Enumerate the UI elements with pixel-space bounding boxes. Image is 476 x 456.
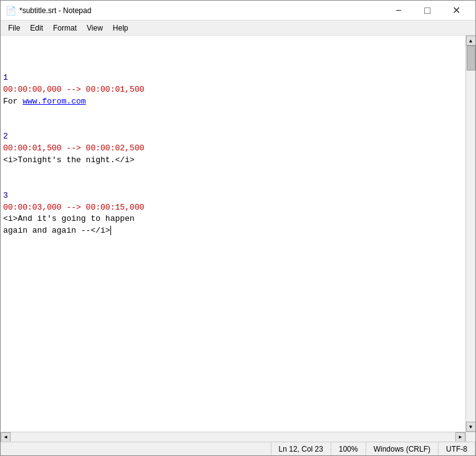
menu-edit[interactable]: Edit bbox=[25, 22, 48, 34]
window-title: *subtitle.srt - Notepad bbox=[19, 6, 91, 15]
text-line-3: For www.forom.com bbox=[3, 97, 86, 106]
status-bar: Ln 12, Col 23 100% Windows (CRLF) UTF-8 bbox=[1, 442, 475, 455]
status-empty bbox=[1, 442, 271, 455]
title-bar-left: 📄 *subtitle.srt - Notepad bbox=[6, 6, 91, 16]
notepad-icon: 📄 bbox=[6, 6, 16, 16]
url-forom: www.forom.com bbox=[22, 97, 85, 106]
notepad-window: 📄 *subtitle.srt - Notepad − □ ✕ File Edi… bbox=[0, 0, 476, 456]
timestamp-2: 00:00:01,500 --> 00:00:02,500 bbox=[3, 143, 144, 153]
title-bar: 📄 *subtitle.srt - Notepad − □ ✕ bbox=[1, 1, 475, 21]
menu-view[interactable]: View bbox=[82, 22, 108, 34]
scroll-up-button[interactable]: ▲ bbox=[466, 36, 476, 46]
line-number-3: 3 bbox=[3, 191, 8, 200]
menu-bar: File Edit Format View Help bbox=[1, 21, 475, 36]
vertical-scrollbar[interactable]: ▲ ▼ bbox=[465, 36, 475, 432]
text-line-11: <i>And it's going to happen bbox=[3, 214, 135, 223]
status-encoding: UTF-8 bbox=[439, 442, 475, 455]
scroll-right-button[interactable]: ► bbox=[455, 432, 465, 442]
status-line-endings: Windows (CRLF) bbox=[366, 442, 439, 455]
scroll-thumb[interactable] bbox=[467, 46, 475, 70]
menu-format[interactable]: Format bbox=[48, 22, 82, 34]
line-number-1: 1 bbox=[3, 73, 8, 82]
timestamp-1: 00:00:00,000 --> 00:00:01,500 bbox=[3, 85, 144, 94]
close-button[interactable]: ✕ bbox=[442, 1, 470, 21]
content-area: 1 00:00:00,000 --> 00:00:01,500 For www.… bbox=[1, 36, 475, 432]
text-line-7: <i>Tonight's the night.</i> bbox=[3, 155, 135, 165]
status-zoom: 100% bbox=[331, 442, 366, 455]
menu-help[interactable]: Help bbox=[108, 22, 134, 34]
horizontal-scrollbar[interactable]: ◄ ► bbox=[1, 432, 475, 442]
blank-line-1 bbox=[3, 120, 8, 130]
text-line-12: again and again --</i> bbox=[3, 226, 111, 235]
editor-content: 1 00:00:00,000 --> 00:00:01,500 For www.… bbox=[3, 61, 463, 249]
menu-file[interactable]: File bbox=[3, 22, 25, 34]
scroll-down-button[interactable]: ▼ bbox=[466, 422, 476, 432]
scroll-track[interactable] bbox=[466, 46, 476, 422]
line-number-2: 2 bbox=[3, 132, 8, 141]
window-controls: − □ ✕ bbox=[384, 1, 470, 21]
h-scroll-track[interactable] bbox=[11, 432, 455, 442]
scrollbar-corner bbox=[465, 432, 475, 442]
minimize-button[interactable]: − bbox=[384, 1, 413, 21]
timestamp-3: 00:00:03,000 --> 00:00:15,000 bbox=[3, 203, 144, 212]
maximize-button[interactable]: □ bbox=[413, 1, 442, 21]
status-position: Ln 12, Col 23 bbox=[271, 442, 331, 455]
text-editor[interactable]: 1 00:00:00,000 --> 00:00:01,500 For www.… bbox=[1, 36, 465, 432]
blank-line-2 bbox=[3, 179, 8, 188]
scroll-left-button[interactable]: ◄ bbox=[1, 432, 11, 442]
